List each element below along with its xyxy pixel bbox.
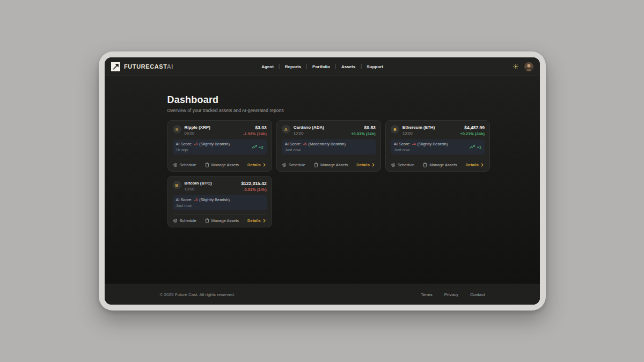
ai-score-box: AI Score: -3 (Slightly Bearish) 1h ago +… (173, 139, 267, 154)
ai-score-sentiment: (Slightly Bearish) (199, 142, 230, 146)
gear-icon (282, 162, 287, 167)
ai-score-sentiment: (Slightly Bearish) (418, 142, 448, 146)
asset-price: $122,015.42 (241, 181, 266, 186)
asset-card: A Cardano (ADA) 10:00 $0.83 +0.01% (24h)… (276, 120, 381, 172)
asset-time: 10:00 (402, 131, 435, 136)
nav-item-assets[interactable]: Assets (336, 64, 361, 69)
ai-score-box: AI Score: -3 (Slightly Bearish) Just now (173, 195, 267, 210)
asset-price: $4,487.99 (460, 125, 485, 130)
trending-up-icon (470, 145, 475, 149)
asset-time: 10:00 (294, 131, 324, 136)
schedule-button[interactable]: Schedule (173, 218, 196, 223)
chevron-right-icon (481, 163, 484, 167)
asset-letter-avatar: B (173, 181, 181, 189)
schedule-button[interactable]: Schedule (391, 162, 414, 167)
ai-score-label: AI Score: (176, 142, 193, 146)
details-button[interactable]: Details (247, 162, 266, 167)
app-footer: © 2025 Future Cast. All rights reserved.… (105, 284, 540, 305)
details-button[interactable]: Details (247, 218, 266, 223)
page-title: Dashboard (167, 94, 478, 106)
trend-indicator: +2 (252, 145, 264, 150)
card-actions: Schedule Manage Assets Details (173, 215, 267, 223)
ai-score-box: AI Score: -4 (Slightly Bearish) Just now… (391, 139, 485, 154)
nav-item-support[interactable]: Support (361, 64, 389, 69)
ai-score-timestamp: Just now (394, 147, 448, 152)
ai-score-label: AI Score: (176, 197, 193, 202)
page-subtitle: Overview of your tracked assets and AI-g… (167, 108, 478, 113)
app-header: FUTURECASTAI Agent Reports Portfolio Ass… (105, 57, 540, 76)
asset-card: X Ripple (XRP) 09:00 $3.03 -1.93% (24h) … (167, 120, 272, 172)
asset-change: +0.01% (24h) (351, 131, 376, 136)
schedule-button[interactable]: Schedule (282, 162, 305, 167)
trend-indicator: +1 (470, 145, 481, 150)
user-avatar[interactable] (524, 62, 533, 71)
trash-icon (205, 218, 209, 223)
main-nav: Agent Reports Portfolio Assets Support (256, 57, 389, 76)
gear-icon (173, 162, 178, 167)
footer-link-contact[interactable]: Contact (470, 292, 485, 297)
copyright-text: © 2025 Future Cast. All rights reserved. (160, 292, 235, 297)
manage-assets-button[interactable]: Manage Assets (423, 162, 457, 167)
asset-name: Bitcoin (BTC) (185, 181, 212, 186)
trash-icon (314, 162, 318, 167)
footer-links: Terms Privacy Contact (421, 292, 485, 297)
asset-letter-avatar: E (391, 125, 399, 134)
details-button[interactable]: Details (465, 162, 484, 167)
nav-item-portfolio[interactable]: Portfolio (307, 64, 335, 69)
app-window: FUTURECASTAI Agent Reports Portfolio Ass… (105, 57, 540, 305)
asset-card: E Ethereum (ETH) 10:00 $4,487.99 +0.21% … (385, 120, 490, 172)
asset-name: Ethereum (ETH) (402, 125, 435, 130)
nav-item-agent[interactable]: Agent (256, 64, 279, 69)
avatar-image (524, 62, 533, 71)
asset-card: B Bitcoin (BTC) 10:00 $122,015.42 -0.01%… (167, 176, 272, 227)
ai-score-sentiment: (Moderately Bearish) (308, 142, 346, 146)
asset-change: -0.01% (24h) (241, 187, 266, 192)
asset-letter-avatar: A (282, 125, 290, 134)
brand: FUTURECASTAI (111, 62, 173, 71)
card-header: B Bitcoin (BTC) 10:00 $122,015.42 -0.01%… (173, 181, 267, 192)
card-header: A Cardano (ADA) 10:00 $0.83 +0.01% (24h) (282, 125, 376, 136)
card-header: E Ethereum (ETH) 10:00 $4,487.99 +0.21% … (391, 125, 485, 136)
ai-score-value: -4 (412, 142, 416, 146)
header-actions (513, 62, 533, 71)
footer-link-privacy[interactable]: Privacy (444, 292, 458, 297)
sun-icon (513, 64, 518, 69)
ai-score-timestamp: 1h ago (176, 147, 230, 152)
ai-score-timestamp: Just now (176, 203, 230, 208)
asset-change: -1.93% (24h) (243, 131, 267, 136)
card-actions: Schedule Manage Assets Details (282, 159, 376, 167)
chevron-right-icon (263, 163, 266, 167)
nav-item-reports[interactable]: Reports (280, 64, 306, 69)
card-actions: Schedule Manage Assets Details (173, 159, 267, 167)
chevron-right-icon (372, 163, 375, 167)
brand-name: FUTURECASTAI (124, 63, 173, 70)
asset-price: $3.03 (243, 125, 267, 130)
ai-score-value: -6 (303, 142, 308, 146)
ai-score-value: -3 (193, 142, 198, 146)
manage-assets-button[interactable]: Manage Assets (314, 162, 348, 167)
ai-score-sentiment: (Slightly Bearish) (199, 197, 230, 202)
asset-change: +0.21% (24h) (460, 131, 485, 136)
asset-price: $0.83 (351, 125, 376, 130)
asset-time: 10:00 (185, 187, 212, 191)
details-button[interactable]: Details (356, 162, 375, 167)
trending-up-icon (252, 145, 257, 149)
asset-name: Ripple (XRP) (185, 125, 210, 130)
ai-score-box: AI Score: -6 (Moderately Bearish) Just n… (282, 139, 376, 154)
gear-icon (391, 162, 396, 167)
asset-letter-avatar: X (173, 125, 181, 134)
schedule-button[interactable]: Schedule (173, 162, 196, 167)
trend-delta: +2 (259, 145, 264, 150)
cards-grid: X Ripple (XRP) 09:00 $3.03 -1.93% (24h) … (167, 120, 478, 227)
ai-score-label: AI Score: (394, 142, 411, 146)
browser-window-frame: FUTURECASTAI Agent Reports Portfolio Ass… (99, 51, 546, 311)
brand-logo-icon (111, 62, 120, 71)
footer-link-terms[interactable]: Terms (421, 292, 433, 297)
main-content: Dashboard Overview of your tracked asset… (105, 76, 540, 284)
ai-score-label: AI Score: (285, 142, 302, 146)
trash-icon (423, 162, 427, 167)
manage-assets-button[interactable]: Manage Assets (205, 218, 239, 223)
manage-assets-button[interactable]: Manage Assets (205, 162, 239, 167)
theme-toggle-button[interactable] (513, 64, 518, 69)
asset-name: Cardano (ADA) (294, 125, 324, 130)
